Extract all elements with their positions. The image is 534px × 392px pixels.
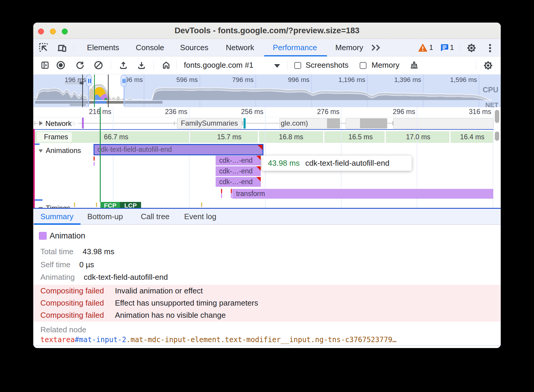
record-button[interactable] (56, 61, 65, 69)
capture-settings-button[interactable] (484, 61, 493, 70)
whisker-tick2 (174, 121, 175, 125)
animations-track-label[interactable]: Animations (38, 146, 81, 155)
window-handle-left[interactable] (86, 75, 92, 87)
tab-network[interactable]: Network (226, 39, 254, 56)
save-profile-button[interactable] (137, 61, 146, 69)
settings-button[interactable] (467, 43, 476, 53)
timing-tick (74, 203, 75, 207)
toolbar-divider5 (476, 61, 476, 70)
overview-time-2: 596 ms (162, 76, 198, 83)
tab-console[interactable]: Console (136, 39, 164, 56)
overview-cpu-chart (33, 75, 501, 107)
tab-elements[interactable]: Elements (87, 39, 119, 56)
mini-tick-red3 (231, 189, 232, 193)
device-toolbar-button[interactable] (56, 43, 67, 53)
messages-button[interactable] (440, 44, 448, 52)
more-tabs-button[interactable] (371, 44, 381, 51)
scrollbar-thumb-1[interactable] (495, 110, 499, 123)
lcp-badge[interactable]: LCP (120, 202, 141, 208)
ruler-276: 276 ms (310, 108, 339, 115)
node-classes: .mat-mdc-input-element.text-modifier__in… (126, 336, 396, 344)
tabbar-divider2 (460, 43, 460, 53)
total-time-label: Total time (40, 245, 73, 258)
network-request-glecom[interactable]: gle.com) (279, 118, 340, 129)
frame-duration-4: 17.0 ms (406, 131, 430, 143)
network-request-familysummaries[interactable]: FamilySummaries (177, 118, 242, 129)
overview-time-4: 996 ms (274, 76, 309, 83)
animation-bar-2[interactable]: cdk-…-end (216, 156, 261, 165)
network-request-teal[interactable] (244, 118, 246, 129)
load-profile-button[interactable] (119, 61, 128, 69)
inspect-icon (39, 43, 49, 53)
handle-grip-icon (124, 79, 126, 83)
network-track-label[interactable]: Network (39, 119, 72, 128)
tab-bottom-up[interactable]: Bottom-up (87, 209, 123, 224)
message-count: 1 (450, 39, 454, 56)
mini-tick-purple2 (221, 193, 222, 198)
tab-summary[interactable]: Summary (40, 209, 73, 224)
mini-tick-red2 (221, 189, 222, 193)
timings-track-label[interactable]: Timings (38, 204, 70, 208)
profile-select[interactable]: fonts.google.com #1 (184, 56, 253, 74)
bar-label: transform (236, 190, 265, 198)
block-icon (94, 61, 103, 69)
devtools-window: DevTools - fonts.google.com/?preview.siz… (33, 23, 501, 348)
bar-label: cdk-…-end (219, 178, 252, 186)
reload-icon (76, 61, 84, 69)
panel-toggle-icon (41, 61, 49, 69)
network-request3[interactable] (346, 118, 387, 129)
warning-icon (418, 44, 427, 52)
screenshots-checkbox[interactable] (294, 62, 301, 69)
animation-bar-selected[interactable]: cdk-text-field-autofill-end (94, 144, 263, 155)
dropdown-arrow-icon (274, 64, 280, 68)
home-icon (162, 61, 170, 69)
tab-event-log[interactable]: Event log (184, 209, 216, 224)
menu-button[interactable] (488, 44, 492, 52)
mini-tick-red (94, 157, 95, 161)
profile-select-arrow[interactable] (274, 64, 280, 68)
total-time-value: 43.98 ms (83, 245, 114, 258)
compositing-warning-row: Compositing failed Animation has no visi… (33, 309, 501, 322)
toggle-sidebar-button[interactable] (41, 61, 49, 69)
related-node-link[interactable]: textarea#mat-input-2.mat-mdc-input-eleme… (40, 333, 396, 346)
window-handle-right[interactable] (121, 75, 127, 87)
titlebar: DevTools - fonts.google.com/?preview.siz… (33, 23, 501, 39)
compositing-failed-label: Compositing failed (40, 309, 104, 321)
animation-bar-transform[interactable]: transform (232, 189, 493, 199)
overview-time-5: 1,196 ms (330, 76, 365, 83)
ruler-216: 216 ms (82, 108, 111, 115)
compositing-failed-label: Compositing failed (40, 285, 104, 297)
summary-panel: Animation Total time 43.98 ms Self time … (33, 225, 501, 348)
scrollbar-thumb-2[interactable] (495, 132, 499, 141)
clear-button[interactable] (94, 61, 103, 69)
gc-button[interactable] (410, 61, 418, 69)
frame-gap (449, 131, 451, 143)
tab-sources[interactable]: Sources (180, 39, 208, 56)
inspect-element-button[interactable] (39, 43, 49, 53)
animation-bar-4[interactable]: cdk-…-end (216, 177, 261, 187)
animation-bar-3[interactable]: cdk-…-end (216, 166, 261, 176)
record-icon (56, 61, 65, 69)
timeline-overview[interactable]: 196 ms 396 ms 596 ms 796 ms 996 ms 1,196… (33, 75, 501, 107)
network-splitter[interactable] (33, 129, 494, 130)
issues-warning-button[interactable] (418, 44, 427, 52)
timing-tick (201, 203, 202, 207)
ruler-256: 256 ms (234, 108, 263, 115)
frame-gap (258, 131, 259, 143)
network-request-tick[interactable] (82, 118, 84, 129)
animating-value: cdk-text-field-autofill-end (84, 271, 168, 284)
tooltip-name: cdk-text-field-autofill-end (305, 156, 389, 171)
frames-track-label[interactable]: Frames (44, 133, 68, 141)
network-request4[interactable] (393, 118, 494, 129)
flame-chart[interactable]: 216 ms 236 ms 256 ms 276 ms 296 ms 316 m… (33, 107, 501, 208)
reload-record-button[interactable] (76, 61, 84, 69)
fcp-badge[interactable]: FCP (100, 202, 120, 208)
home-button[interactable] (162, 61, 170, 69)
request-label: gle.com) (281, 118, 308, 128)
overview-time-6: 1,396 ms (386, 76, 421, 83)
tab-performance[interactable]: Performance (273, 39, 317, 56)
fcp-marker-line (100, 107, 101, 202)
memory-checkbox[interactable] (360, 62, 366, 69)
tab-call-tree[interactable]: Call tree (141, 209, 170, 224)
tab-memory[interactable]: Memory (335, 39, 363, 56)
